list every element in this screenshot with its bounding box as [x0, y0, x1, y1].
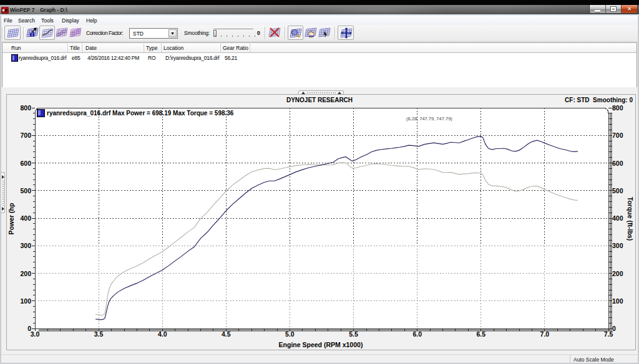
svg-text:3.0: 3.0 — [31, 330, 40, 338]
svg-text:700: 700 — [612, 132, 623, 139]
svg-text:400: 400 — [20, 214, 31, 222]
svg-text:4.5: 4.5 — [222, 330, 231, 338]
svg-text:7.0: 7.0 — [540, 330, 550, 338]
svg-text:5.5: 5.5 — [349, 330, 358, 338]
svg-text:3.5: 3.5 — [94, 330, 104, 338]
svg-text:Engine Speed (RPM x1000): Engine Speed (RPM x1000) — [279, 341, 363, 348]
svg-text:7.5: 7.5 — [604, 330, 613, 338]
svg-text:CF: STD Smoothing: 0: CF: STD Smoothing: 0 — [565, 97, 633, 103]
svg-text:700: 700 — [20, 132, 31, 139]
svg-text:800: 800 — [20, 104, 31, 112]
svg-text:5.0: 5.0 — [285, 330, 295, 338]
svg-text:DYNOJET RESEARCH: DYNOJET RESEARCH — [286, 97, 353, 103]
svg-text:6.0: 6.0 — [412, 330, 422, 338]
svg-text:6.5: 6.5 — [476, 330, 485, 338]
svg-text:500: 500 — [612, 187, 623, 194]
svg-text:(6.28, 747.79, 747.79): (6.28, 747.79, 747.79) — [406, 116, 452, 122]
svg-text:100: 100 — [612, 297, 623, 305]
svg-text:300: 300 — [20, 242, 31, 249]
svg-text:800: 800 — [612, 104, 623, 112]
svg-text:Torque (ft-lbs): Torque (ft-lbs) — [627, 197, 634, 241]
svg-text:600: 600 — [612, 160, 623, 167]
svg-text:500: 500 — [20, 187, 31, 194]
svg-text:400: 400 — [612, 214, 623, 222]
svg-text:ryanredsupra_016.drf Max Power: ryanredsupra_016.drf Max Power = 698.19 … — [47, 110, 234, 117]
svg-text:100: 100 — [20, 297, 31, 305]
svg-text:4.0: 4.0 — [158, 330, 167, 338]
svg-text:600: 600 — [20, 160, 31, 167]
svg-text:Power (hp: Power (hp — [7, 203, 15, 235]
svg-text:200: 200 — [20, 270, 31, 277]
svg-text:200: 200 — [612, 270, 623, 277]
svg-text:300: 300 — [612, 242, 623, 249]
